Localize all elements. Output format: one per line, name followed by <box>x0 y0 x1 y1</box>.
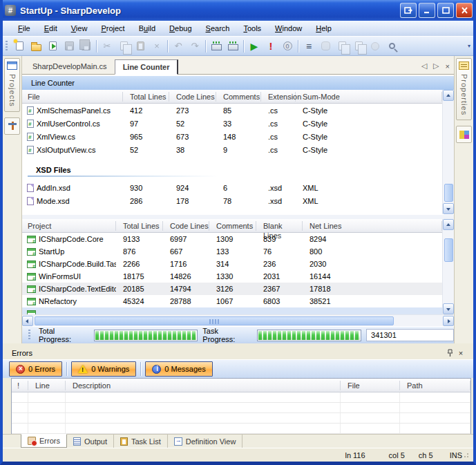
scroll-right-icon[interactable] <box>443 316 454 326</box>
scrollbar-thumb[interactable] <box>35 316 394 325</box>
menu-tools[interactable]: Tools <box>236 22 268 35</box>
table-row[interactable]: ICSharpCode.Build.Tasks 2266 1716 314 23… <box>22 258 442 270</box>
close-panel-icon[interactable]: × <box>455 348 466 358</box>
column-header[interactable]: File <box>22 92 123 102</box>
menu-edit[interactable]: Edit <box>37 22 64 35</box>
files-vertical-scrollbar[interactable] <box>442 90 454 214</box>
clear-bookmarks-icon[interactable] <box>367 39 383 54</box>
menu-view[interactable]: View <box>64 22 95 35</box>
paste-icon[interactable] <box>132 39 149 54</box>
run-icon[interactable]: ▶ <box>246 39 263 54</box>
rebuild-icon[interactable] <box>225 39 241 54</box>
float-window-button[interactable] <box>400 3 417 18</box>
maximize-button[interactable] <box>437 3 454 18</box>
tab-scroll-left-icon[interactable]: ◁ <box>421 61 427 70</box>
sidebar-tab-projects[interactable]: Projects <box>4 58 20 112</box>
save-icon[interactable] <box>61 39 77 54</box>
cut-icon[interactable]: ✂ <box>99 39 115 54</box>
table-row-clipped[interactable] <box>22 307 442 314</box>
open-with-icon[interactable] <box>44 39 61 54</box>
errors-filter-button[interactable]: 0 Errors <box>9 361 62 377</box>
copy-icon[interactable] <box>115 39 132 54</box>
menu-search[interactable]: Search <box>199 22 237 35</box>
redo-icon[interactable]: ↷ <box>187 39 203 54</box>
close-button[interactable] <box>456 3 473 18</box>
column-header[interactable]: ! <box>12 381 28 390</box>
next-bookmark-icon[interactable] <box>350 39 367 54</box>
column-header[interactable]: Line <box>28 381 66 390</box>
table-row[interactable]: XmlSchemasPanel.cs 412 273 85 .cs C-Styl… <box>22 104 442 117</box>
table-row[interactable]: WinFormsUI 18175 14826 1330 2031 16144 <box>22 270 442 283</box>
column-header[interactable]: Extension <box>261 92 296 102</box>
column-header[interactable]: Code Lines <box>169 92 216 102</box>
delete-icon[interactable]: × <box>149 39 165 54</box>
tab-sharpdevelopmain[interactable]: SharpDevelopMain.cs <box>25 59 115 74</box>
table-row[interactable]: XslOutputView.cs 52 38 9 .cs C-Style <box>22 143 442 156</box>
tab-close-icon[interactable]: × <box>446 62 450 70</box>
stop-icon[interactable]: ! <box>263 39 279 54</box>
column-header[interactable]: Net Lines <box>303 221 442 231</box>
column-header[interactable]: Total Lines <box>123 92 169 102</box>
scroll-left-icon[interactable] <box>22 316 33 326</box>
table-row[interactable]: NRefactory 45324 28788 1067 6803 38521 <box>22 295 442 307</box>
column-header[interactable]: Sum-Mode <box>296 92 442 102</box>
table-row[interactable]: Mode.xsd 286 178 78 .xsd XML <box>22 194 442 207</box>
pane-splitter[interactable] <box>22 214 454 219</box>
horizontal-scrollbar[interactable] <box>22 314 454 326</box>
minimize-button[interactable] <box>419 3 435 18</box>
search-icon[interactable] <box>383 39 400 54</box>
messages-filter-button[interactable]: 0 Messages <box>145 361 212 377</box>
undo-icon[interactable]: ↶ <box>170 39 187 54</box>
table-row[interactable]: StartUp 876 667 133 76 800 <box>22 245 442 258</box>
tab-task-list[interactable]: Task List <box>114 435 168 448</box>
scrollbar-thumb[interactable] <box>444 184 453 202</box>
projects-vertical-scrollbar[interactable] <box>442 219 454 314</box>
menu-debug[interactable]: Debug <box>162 22 198 35</box>
warnings-filter-button[interactable]: 0 Warnings <box>71 361 136 377</box>
open-folder-icon[interactable] <box>28 39 44 54</box>
sidebar-tab-tools[interactable] <box>4 117 20 135</box>
tab-scroll-right-icon[interactable]: ▷ <box>433 61 439 70</box>
column-header[interactable]: Blank Lines <box>256 221 303 231</box>
menu-build[interactable]: Build <box>132 22 162 35</box>
list-icon[interactable]: ≡ <box>301 39 317 54</box>
scroll-down-icon[interactable] <box>443 303 454 314</box>
new-file-icon[interactable] <box>11 39 28 54</box>
menu-help[interactable]: Help <box>309 22 339 35</box>
column-header[interactable]: Code Lines <box>163 221 209 231</box>
tab-output[interactable]: Output <box>67 435 114 448</box>
column-header[interactable]: Comments <box>216 92 261 102</box>
sidebar-tab-properties[interactable]: Properties <box>456 58 472 120</box>
table-row-highlighted[interactable]: ICSharpCode.TextEditor 20185 14794 3126 … <box>22 283 442 295</box>
tab-definition-view[interactable]: Definition View <box>168 435 243 448</box>
sidebar-tab-toolbox[interactable] <box>456 126 472 143</box>
table-row[interactable]: XmlUserControl.cs 97 52 33 .cs C-Style <box>22 117 442 130</box>
tab-errors[interactable]: Errors <box>21 434 67 448</box>
column-header[interactable]: File <box>341 381 400 390</box>
build-icon[interactable] <box>208 39 225 54</box>
pin-icon[interactable] <box>444 348 455 358</box>
column-header[interactable]: Project <box>22 221 116 231</box>
menu-project[interactable]: Project <box>94 22 131 35</box>
scroll-down-icon[interactable] <box>443 203 454 214</box>
toolbar-overflow-icon[interactable]: ▾ <box>465 38 473 55</box>
toggle-icon[interactable] <box>317 39 334 54</box>
scroll-up-icon[interactable] <box>443 90 454 101</box>
column-header[interactable]: Total Lines <box>116 221 163 231</box>
column-header[interactable]: Path <box>400 381 470 390</box>
scrollbar-thumb[interactable] <box>444 238 453 262</box>
resize-grip[interactable] <box>464 451 470 457</box>
prev-bookmark-icon[interactable] <box>334 39 350 54</box>
tab-line-counter[interactable]: Line Counter <box>115 59 179 75</box>
column-header[interactable]: Comments <box>209 221 256 231</box>
profile-icon[interactable]: 0 <box>279 39 296 54</box>
toolbar-grip[interactable] <box>6 41 8 52</box>
table-row[interactable]: AddIn.xsd 930 924 6 .xsd XML <box>22 181 442 194</box>
toolbar-grip[interactable] <box>28 330 30 341</box>
table-row[interactable]: XmlView.cs 965 673 148 .cs C-Style <box>22 130 442 143</box>
menu-file[interactable]: File <box>11 22 37 35</box>
save-all-icon[interactable] <box>77 39 94 54</box>
column-header[interactable]: Description <box>66 381 341 390</box>
scroll-up-icon[interactable] <box>443 219 454 230</box>
table-row[interactable]: ICSharpCode.Core 9133 6997 1309 839 8294 <box>22 233 442 245</box>
